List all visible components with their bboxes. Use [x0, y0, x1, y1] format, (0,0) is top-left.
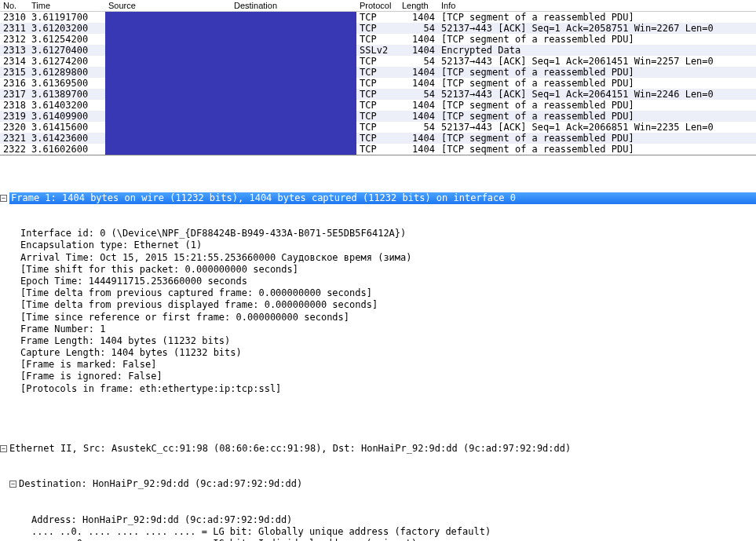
tree-leaf: [Frame is ignored: False]: [0, 371, 756, 382]
cell-destination-redacted: [231, 23, 356, 34]
collapse-icon[interactable]: −: [0, 195, 7, 202]
packet-row[interactable]: 23123.61254200TCP1404[TCP segment of a r…: [0, 34, 756, 45]
tree-leaf: Address: HonHaiPr_92:9d:dd (9c:ad:97:92:…: [0, 514, 756, 526]
cell-time: 3.61289800: [28, 67, 105, 78]
col-destination[interactable]: Destination: [231, 0, 356, 11]
tree-leaf: Arrival Time: Oct 15, 2015 15:21:55.2536…: [0, 252, 756, 264]
cell-no: 2314: [0, 56, 28, 67]
packet-row[interactable]: 23113.61203200TCP5452137→443 [ACK] Seq=1…: [0, 23, 756, 34]
cell-time: 3.61254200: [28, 34, 105, 45]
cell-protocol: TCP: [356, 89, 399, 100]
cell-length: 54: [399, 56, 438, 67]
cell-destination-redacted: [231, 78, 356, 89]
tree-leaf: .... ...0 .... .... .... .... = IG bit: …: [0, 538, 756, 541]
packet-row[interactable]: 23173.61389700TCP5452137→443 [ACK] Seq=1…: [0, 89, 756, 100]
cell-protocol: TCP: [356, 78, 399, 89]
tree-leaf: [Time delta from previous displayed fram…: [0, 299, 756, 311]
cell-length: 1404: [399, 100, 438, 111]
cell-info: 52137→443 [ACK] Seq=1 Ack=2061451 Win=22…: [438, 56, 756, 67]
cell-source-redacted: [105, 78, 231, 89]
col-no[interactable]: No.: [0, 0, 28, 11]
tree-frame[interactable]: − Frame 1: 1404 bytes on wire (11232 bit…: [0, 192, 756, 204]
cell-source-redacted: [105, 34, 231, 45]
cell-info: Encrypted Data: [438, 45, 756, 56]
cell-info: [TCP segment of a reassembled PDU]: [438, 78, 756, 89]
tree-leaf: [Time since reference or first frame: 0.…: [0, 312, 756, 324]
packet-row[interactable]: 23213.61423600TCP1404[TCP segment of a r…: [0, 133, 756, 144]
col-source[interactable]: Source: [105, 0, 231, 11]
tree-leaf: Capture Length: 1404 bytes (11232 bits): [0, 347, 756, 359]
tree-leaf: .... ..0. .... .... .... .... = LG bit: …: [0, 526, 756, 538]
cell-source-redacted: [105, 12, 231, 23]
cell-no: 2313: [0, 45, 28, 56]
packet-row[interactable]: 23103.61191700TCP1404[TCP segment of a r…: [0, 12, 756, 23]
cell-length: 54: [399, 89, 438, 100]
cell-source-redacted: [105, 133, 231, 144]
cell-source-redacted: [105, 45, 231, 56]
cell-destination-redacted: [231, 111, 356, 122]
tree-leaf: Epoch Time: 1444911715.253660000 seconds: [0, 276, 756, 287]
packet-row[interactable]: 23223.61602600TCP1404[TCP seqment of a r…: [0, 144, 756, 155]
cell-protocol: TCP: [356, 122, 399, 133]
cell-time: 3.61274200: [28, 56, 105, 67]
packet-row[interactable]: 23193.61409900TCP1404[TCP segment of a r…: [0, 111, 756, 122]
eth-dst-summary: Destination: HonHaiPr_92:9d:dd (9c:ad:97…: [19, 478, 302, 490]
tree-leaf: [Protocols in frame: eth:ethertype:ip:tc…: [0, 383, 756, 395]
packet-row[interactable]: 23203.61415600TCP5452137→443 [ACK] Seq=1…: [0, 122, 756, 133]
col-time[interactable]: Time: [28, 0, 105, 11]
cell-length: 1404: [399, 144, 438, 155]
cell-length: 1404: [399, 34, 438, 45]
cell-length: 1404: [399, 12, 438, 23]
cell-no: 2319: [0, 111, 28, 122]
cell-source-redacted: [105, 144, 231, 155]
frame-summary[interactable]: Frame 1: 1404 bytes on wire (11232 bits)…: [9, 192, 756, 204]
tree-leaf: [Frame is marked: False]: [0, 359, 756, 371]
cell-protocol: TCP: [356, 23, 399, 34]
cell-destination-redacted: [231, 89, 356, 100]
tree-leaf: [Time delta from previous captured frame…: [0, 287, 756, 299]
cell-no: 2310: [0, 12, 28, 23]
tree-ethernet[interactable]: − Ethernet II, Src: AsustekC_cc:91:98 (0…: [0, 443, 756, 455]
cell-protocol: TCP: [356, 100, 399, 111]
cell-protocol: TCP: [356, 56, 399, 67]
cell-info: [TCP segment of a reassembled PDU]: [438, 34, 756, 45]
col-protocol[interactable]: Protocol: [356, 0, 399, 11]
cell-length: 54: [399, 122, 438, 133]
cell-destination-redacted: [231, 45, 356, 56]
packet-row[interactable]: 23183.61403200TCP1404[TCP segment of a r…: [0, 100, 756, 111]
cell-no: 2322: [0, 144, 28, 155]
cell-destination-redacted: [231, 12, 356, 23]
collapse-icon[interactable]: −: [0, 445, 7, 452]
packet-list: No. Time Source Destination Protocol Len…: [0, 0, 756, 155]
cell-protocol: TCP: [356, 12, 399, 23]
cell-length: 1404: [399, 78, 438, 89]
cell-no: 2320: [0, 122, 28, 133]
cell-source-redacted: [105, 67, 231, 78]
cell-source-redacted: [105, 23, 231, 34]
cell-info: [TCP segment of a reassembled PDU]: [438, 111, 756, 122]
cell-info: [TCP seqment of a reassembled PDU]: [438, 144, 756, 155]
tree-leaf: Frame Length: 1404 bytes (11232 bits): [0, 335, 756, 347]
cell-info: [TCP segment of a reassembled PDU]: [438, 67, 756, 78]
packet-row[interactable]: 23133.61270400SSLv21404Encrypted Data: [0, 45, 756, 56]
cell-destination-redacted: [231, 34, 356, 45]
cell-source-redacted: [105, 56, 231, 67]
cell-no: 2316: [0, 78, 28, 89]
col-info[interactable]: Info: [438, 0, 756, 11]
cell-time: 3.61369500: [28, 78, 105, 89]
packet-row[interactable]: 23153.61289800TCP1404[TCP segment of a r…: [0, 67, 756, 78]
cell-protocol: SSLv2: [356, 45, 399, 56]
tree-leaf: Encapsulation type: Ethernet (1): [0, 239, 756, 251]
cell-info: [TCP segment of a reassembled PDU]: [438, 12, 756, 23]
packet-row[interactable]: 23143.61274200TCP5452137→443 [ACK] Seq=1…: [0, 56, 756, 67]
collapse-icon[interactable]: −: [9, 481, 16, 488]
cell-info: 52137→443 [ACK] Seq=1 Ack=2066851 Win=22…: [438, 122, 756, 133]
cell-no: 2321: [0, 133, 28, 144]
tree-eth-dst[interactable]: − Destination: HonHaiPr_92:9d:dd (9c:ad:…: [0, 478, 756, 490]
col-length[interactable]: Length: [399, 0, 438, 11]
cell-length: 1404: [399, 133, 438, 144]
packet-row[interactable]: 23163.61369500TCP1404[TCP segment of a r…: [0, 78, 756, 89]
cell-no: 2318: [0, 100, 28, 111]
cell-info: 52137→443 [ACK] Seq=1 Ack=2064151 Win=22…: [438, 89, 756, 100]
cell-time: 3.61602600: [28, 144, 105, 155]
